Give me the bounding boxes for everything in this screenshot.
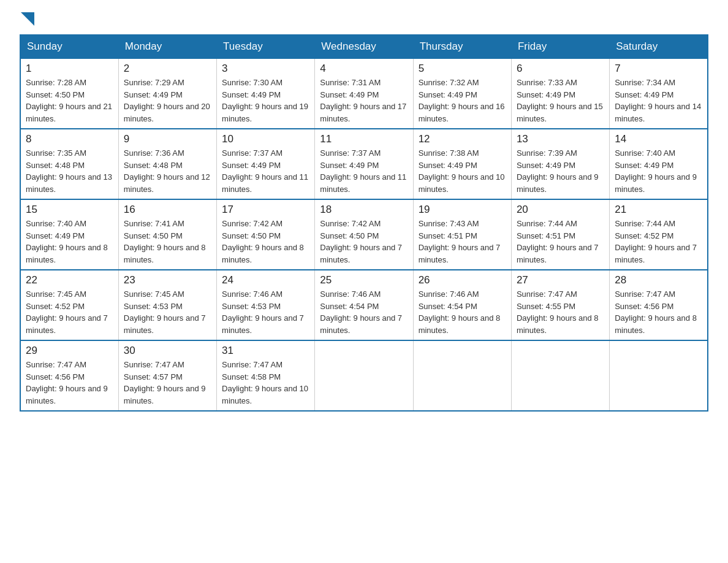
calendar-table: SundayMondayTuesdayWednesdayThursdayFrid… [20, 34, 708, 412]
calendar-cell: 18 Sunrise: 7:42 AMSunset: 4:50 PMDaylig… [315, 199, 413, 270]
day-number: 22 [26, 274, 113, 286]
day-info: Sunrise: 7:32 AMSunset: 4:49 PMDaylight:… [419, 77, 506, 124]
calendar-cell [610, 340, 708, 411]
calendar-cell: 14 Sunrise: 7:40 AMSunset: 4:49 PMDaylig… [610, 129, 708, 199]
calendar-cell: 28 Sunrise: 7:47 AMSunset: 4:56 PMDaylig… [610, 270, 708, 340]
day-number: 26 [419, 274, 506, 286]
calendar-cell: 25 Sunrise: 7:46 AMSunset: 4:54 PMDaylig… [315, 270, 413, 340]
day-info: Sunrise: 7:44 AMSunset: 4:51 PMDaylight:… [517, 218, 604, 266]
logo-arrow-icon [21, 12, 34, 26]
day-number: 19 [419, 204, 506, 216]
calendar-week-row: 15 Sunrise: 7:40 AMSunset: 4:49 PMDaylig… [20, 199, 708, 270]
day-info: Sunrise: 7:42 AMSunset: 4:50 PMDaylight:… [222, 218, 309, 266]
calendar-cell [315, 340, 413, 411]
calendar-cell: 4 Sunrise: 7:31 AMSunset: 4:49 PMDayligh… [315, 58, 413, 129]
day-info: Sunrise: 7:40 AMSunset: 4:49 PMDaylight:… [615, 147, 702, 195]
calendar-cell: 22 Sunrise: 7:45 AMSunset: 4:52 PMDaylig… [20, 270, 118, 340]
day-number: 28 [615, 274, 702, 286]
calendar-cell: 16 Sunrise: 7:41 AMSunset: 4:50 PMDaylig… [118, 199, 216, 270]
calendar-week-row: 22 Sunrise: 7:45 AMSunset: 4:52 PMDaylig… [20, 270, 708, 340]
day-info: Sunrise: 7:37 AMSunset: 4:49 PMDaylight:… [222, 147, 309, 195]
calendar-cell: 17 Sunrise: 7:42 AMSunset: 4:50 PMDaylig… [217, 199, 315, 270]
calendar-cell: 21 Sunrise: 7:44 AMSunset: 4:52 PMDaylig… [610, 199, 708, 270]
day-number: 3 [222, 63, 309, 75]
day-info: Sunrise: 7:43 AMSunset: 4:51 PMDaylight:… [419, 218, 506, 266]
calendar-cell: 19 Sunrise: 7:43 AMSunset: 4:51 PMDaylig… [413, 199, 511, 270]
day-number: 29 [26, 345, 113, 357]
day-info: Sunrise: 7:41 AMSunset: 4:50 PMDaylight:… [124, 218, 211, 266]
day-info: Sunrise: 7:47 AMSunset: 4:56 PMDaylight:… [26, 359, 113, 407]
day-info: Sunrise: 7:28 AMSunset: 4:50 PMDaylight:… [26, 77, 113, 124]
calendar-cell: 23 Sunrise: 7:45 AMSunset: 4:53 PMDaylig… [118, 270, 216, 340]
logo [20, 15, 34, 23]
day-number: 2 [124, 63, 211, 75]
page-header [20, 15, 708, 23]
day-number: 11 [320, 133, 408, 145]
day-number: 4 [320, 63, 408, 75]
calendar-cell: 30 Sunrise: 7:47 AMSunset: 4:57 PMDaylig… [118, 340, 216, 411]
day-info: Sunrise: 7:47 AMSunset: 4:55 PMDaylight:… [517, 288, 604, 336]
day-info: Sunrise: 7:34 AMSunset: 4:49 PMDaylight:… [615, 77, 702, 124]
day-info: Sunrise: 7:42 AMSunset: 4:50 PMDaylight:… [320, 218, 408, 266]
day-info: Sunrise: 7:29 AMSunset: 4:49 PMDaylight:… [124, 77, 211, 124]
calendar-cell: 31 Sunrise: 7:47 AMSunset: 4:58 PMDaylig… [217, 340, 315, 411]
day-number: 17 [222, 204, 309, 216]
day-number: 6 [517, 63, 604, 75]
day-info: Sunrise: 7:37 AMSunset: 4:49 PMDaylight:… [320, 147, 408, 195]
day-number: 30 [124, 345, 211, 357]
day-number: 25 [320, 274, 408, 286]
day-info: Sunrise: 7:46 AMSunset: 4:54 PMDaylight:… [419, 288, 506, 336]
day-info: Sunrise: 7:35 AMSunset: 4:48 PMDaylight:… [26, 147, 113, 195]
day-number: 9 [124, 133, 211, 145]
day-info: Sunrise: 7:40 AMSunset: 4:49 PMDaylight:… [26, 218, 113, 266]
day-info: Sunrise: 7:46 AMSunset: 4:54 PMDaylight:… [320, 288, 408, 336]
calendar-cell: 13 Sunrise: 7:39 AMSunset: 4:49 PMDaylig… [511, 129, 609, 199]
svg-marker-0 [21, 12, 34, 26]
day-info: Sunrise: 7:47 AMSunset: 4:56 PMDaylight:… [615, 288, 702, 336]
calendar-cell: 5 Sunrise: 7:32 AMSunset: 4:49 PMDayligh… [413, 58, 511, 129]
calendar-cell: 12 Sunrise: 7:38 AMSunset: 4:49 PMDaylig… [413, 129, 511, 199]
calendar-cell: 6 Sunrise: 7:33 AMSunset: 4:49 PMDayligh… [511, 58, 609, 129]
calendar-header-friday: Friday [511, 35, 609, 58]
day-number: 10 [222, 133, 309, 145]
day-info: Sunrise: 7:47 AMSunset: 4:57 PMDaylight:… [124, 359, 211, 407]
calendar-header-monday: Monday [118, 35, 216, 58]
day-number: 18 [320, 204, 408, 216]
day-number: 21 [615, 204, 702, 216]
calendar-cell: 24 Sunrise: 7:46 AMSunset: 4:53 PMDaylig… [217, 270, 315, 340]
day-info: Sunrise: 7:46 AMSunset: 4:53 PMDaylight:… [222, 288, 309, 336]
calendar-cell: 20 Sunrise: 7:44 AMSunset: 4:51 PMDaylig… [511, 199, 609, 270]
calendar-header-sunday: Sunday [20, 35, 118, 58]
day-info: Sunrise: 7:45 AMSunset: 4:52 PMDaylight:… [26, 288, 113, 336]
day-number: 1 [26, 63, 113, 75]
day-info: Sunrise: 7:31 AMSunset: 4:49 PMDaylight:… [320, 77, 408, 124]
day-number: 7 [615, 63, 702, 75]
calendar-week-row: 29 Sunrise: 7:47 AMSunset: 4:56 PMDaylig… [20, 340, 708, 411]
calendar-cell: 8 Sunrise: 7:35 AMSunset: 4:48 PMDayligh… [20, 129, 118, 199]
day-number: 13 [517, 133, 604, 145]
day-info: Sunrise: 7:47 AMSunset: 4:58 PMDaylight:… [222, 359, 309, 407]
day-number: 12 [419, 133, 506, 145]
day-number: 14 [615, 133, 702, 145]
calendar-cell: 27 Sunrise: 7:47 AMSunset: 4:55 PMDaylig… [511, 270, 609, 340]
calendar-cell: 3 Sunrise: 7:30 AMSunset: 4:49 PMDayligh… [217, 58, 315, 129]
calendar-header-wednesday: Wednesday [315, 35, 413, 58]
calendar-cell: 1 Sunrise: 7:28 AMSunset: 4:50 PMDayligh… [20, 58, 118, 129]
calendar-cell: 10 Sunrise: 7:37 AMSunset: 4:49 PMDaylig… [217, 129, 315, 199]
calendar-cell [511, 340, 609, 411]
day-info: Sunrise: 7:45 AMSunset: 4:53 PMDaylight:… [124, 288, 211, 336]
calendar-cell: 7 Sunrise: 7:34 AMSunset: 4:49 PMDayligh… [610, 58, 708, 129]
calendar-cell: 2 Sunrise: 7:29 AMSunset: 4:49 PMDayligh… [118, 58, 216, 129]
day-info: Sunrise: 7:39 AMSunset: 4:49 PMDaylight:… [517, 147, 604, 195]
day-number: 24 [222, 274, 309, 286]
calendar-header-saturday: Saturday [610, 35, 708, 58]
day-info: Sunrise: 7:38 AMSunset: 4:49 PMDaylight:… [419, 147, 506, 195]
calendar-cell [413, 340, 511, 411]
day-number: 27 [517, 274, 604, 286]
day-number: 8 [26, 133, 113, 145]
calendar-week-row: 1 Sunrise: 7:28 AMSunset: 4:50 PMDayligh… [20, 58, 708, 129]
day-info: Sunrise: 7:30 AMSunset: 4:49 PMDaylight:… [222, 77, 309, 124]
calendar-header-tuesday: Tuesday [217, 35, 315, 58]
day-info: Sunrise: 7:44 AMSunset: 4:52 PMDaylight:… [615, 218, 702, 266]
day-number: 16 [124, 204, 211, 216]
